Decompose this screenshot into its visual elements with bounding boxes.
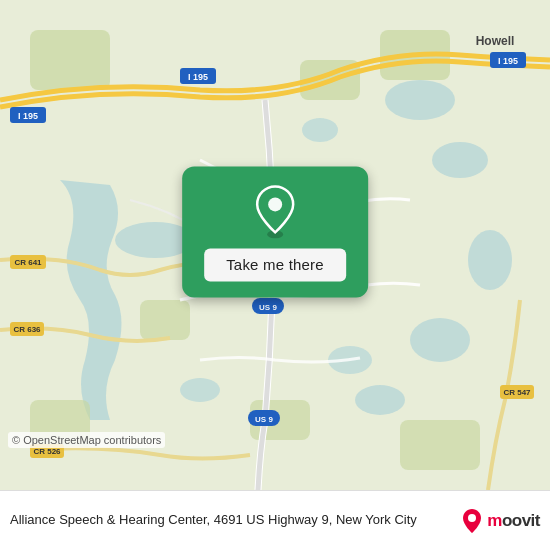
copyright-text: © OpenStreetMap contributors — [8, 432, 165, 448]
svg-rect-15 — [400, 420, 480, 470]
button-overlay: Take me there — [182, 166, 368, 297]
bottom-bar: Alliance Speech & Hearing Center, 4691 U… — [0, 490, 550, 550]
svg-point-5 — [355, 385, 405, 415]
address-text: Alliance Speech & Hearing Center, 4691 U… — [10, 512, 451, 529]
svg-point-8 — [302, 118, 338, 142]
svg-point-27 — [268, 197, 282, 211]
moovit-label: oovit — [502, 511, 540, 530]
map-container: I 195 I 195 I 195 CR 641 CR 636 CR 526 C… — [0, 0, 550, 490]
cr547-label: CR 547 — [503, 388, 531, 397]
svg-point-4 — [410, 318, 470, 362]
i195-label-left: I 195 — [18, 111, 38, 121]
i195-label-right: I 195 — [498, 56, 518, 66]
green-box: Take me there — [182, 166, 368, 297]
moovit-text: moovit — [487, 511, 540, 531]
svg-point-3 — [468, 230, 512, 290]
location-pin-icon — [252, 184, 298, 238]
take-me-there-button[interactable]: Take me there — [204, 248, 346, 281]
svg-point-28 — [468, 514, 476, 522]
us9-label-top: US 9 — [259, 303, 277, 312]
moovit-logo: moovit — [461, 508, 540, 534]
svg-point-7 — [180, 378, 220, 402]
us9-label-bottom: US 9 — [255, 415, 273, 424]
cr526-label: CR 526 — [33, 447, 61, 456]
svg-rect-10 — [30, 30, 110, 90]
svg-point-1 — [385, 80, 455, 120]
moovit-pin-icon — [461, 508, 483, 534]
cr641-label: CR 641 — [14, 258, 42, 267]
svg-rect-13 — [140, 300, 190, 340]
howell-label: Howell — [476, 34, 515, 48]
cr636-label: CR 636 — [13, 325, 41, 334]
i195-label-top: I 195 — [188, 72, 208, 82]
svg-point-2 — [432, 142, 488, 178]
